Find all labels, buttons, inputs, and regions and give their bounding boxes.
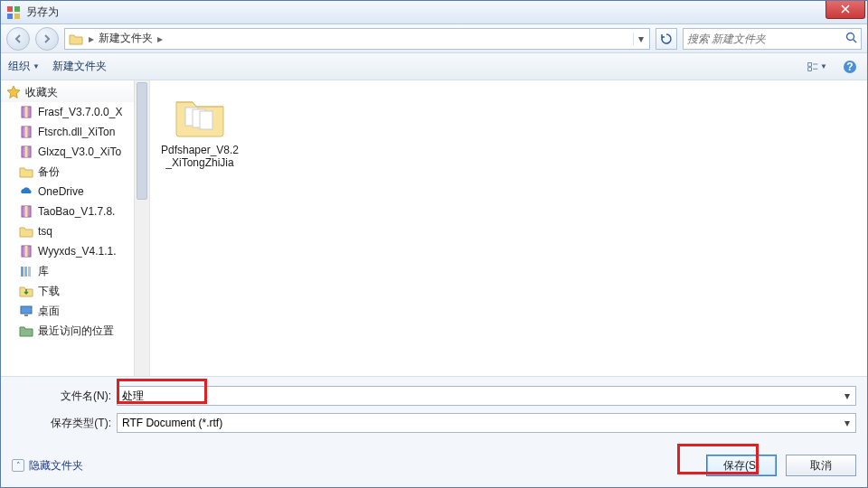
refresh-button[interactable]: [656, 28, 677, 50]
sidebar-item[interactable]: Ftsrch.dll_XiTon: [1, 122, 149, 142]
filetype-label: 保存类型(T):: [12, 416, 111, 431]
download-icon: [19, 284, 33, 298]
forward-button[interactable]: [35, 27, 59, 51]
svg-text:?: ?: [846, 61, 853, 73]
sidebar-favorites-label: 收藏夹: [25, 85, 58, 100]
folder-icon: [173, 93, 227, 138]
svg-rect-22: [21, 267, 24, 277]
sidebar-item[interactable]: tsq: [1, 221, 149, 241]
breadcrumb-item[interactable]: 新建文件夹: [96, 31, 156, 46]
svg-line-5: [854, 39, 857, 42]
sidebar-item-label: TaoBao_V1.7.8.: [38, 205, 115, 218]
organize-menu[interactable]: 组织 ▼: [8, 59, 40, 74]
help-button[interactable]: ?: [840, 57, 860, 77]
save-button[interactable]: 保存(S): [706, 455, 777, 476]
view-menu[interactable]: ▼: [807, 57, 827, 77]
address-dropdown[interactable]: ▾: [633, 33, 647, 45]
desktop-icon: [19, 304, 33, 318]
svg-rect-26: [24, 314, 28, 316]
sidebar-item[interactable]: 桌面: [1, 301, 149, 321]
toolbar: 组织 ▼ 新建文件夹 ▼ ?: [1, 53, 867, 80]
svg-rect-1: [14, 6, 20, 12]
save-as-dialog: 另存为 ▸ 新建文件夹 ▸ ▾: [0, 0, 868, 488]
archive-icon: [19, 105, 33, 119]
folder-item[interactable]: Pdfshaper_V8.2_XiTongZhiJia: [159, 89, 241, 169]
filetype-dropdown[interactable]: ▾: [840, 415, 854, 431]
sidebar-item-label: Wyyxds_V4.1.1.: [38, 245, 117, 258]
svg-rect-0: [7, 6, 13, 12]
filename-dropdown[interactable]: ▾: [840, 388, 854, 404]
folder-icon: [19, 224, 33, 239]
file-list[interactable]: Pdfshaper_V8.2_XiTongZhiJia: [150, 80, 867, 376]
app-icon: [6, 5, 21, 20]
scrollbar-thumb[interactable]: [137, 82, 147, 200]
form-area: 文件名(N): ▾ 保存类型(T): RTF Document (*.rtf) …: [1, 377, 867, 487]
hide-folders-label: 隐藏文件夹: [29, 458, 83, 474]
svg-rect-13: [25, 107, 28, 117]
sidebar-item-label: Frasf_V3.7.0.0_X: [38, 106, 122, 118]
sidebar-item-label: Glxzq_V3.0_XiTo: [38, 145, 121, 158]
archive-icon: [19, 204, 33, 219]
sidebar-item[interactable]: TaoBao_V1.7.8.: [1, 202, 149, 221]
folder-icon: [69, 33, 83, 45]
sidebar-item-label: 库: [38, 264, 49, 279]
address-bar[interactable]: ▸ 新建文件夹 ▸ ▾: [64, 28, 650, 50]
sidebar-item[interactable]: 最近访问的位置: [1, 321, 149, 341]
window-title: 另存为: [26, 5, 826, 20]
titlebar: 另存为: [1, 1, 867, 24]
svg-rect-23: [24, 267, 27, 277]
search-box[interactable]: [683, 28, 862, 50]
folder-name: Pdfshaper_V8.2_XiTongZhiJia: [159, 144, 241, 169]
svg-rect-3: [14, 14, 20, 19]
search-input[interactable]: [687, 33, 845, 45]
breadcrumb-separator: ▸: [87, 33, 96, 45]
search-icon[interactable]: [845, 32, 857, 46]
archive-icon: [19, 145, 33, 159]
sidebar-scrollbar[interactable]: [134, 80, 149, 376]
close-button[interactable]: [826, 1, 865, 19]
filename-label: 文件名(N):: [12, 389, 111, 404]
star-icon: [6, 85, 21, 99]
sidebar-item[interactable]: 下载: [1, 281, 149, 301]
sidebar-item[interactable]: 库: [1, 261, 149, 281]
archive-icon: [19, 125, 33, 139]
onedrive-icon: [19, 184, 33, 199]
folder-icon: [19, 164, 33, 179]
svg-rect-2: [7, 14, 13, 19]
chevron-down-icon: ▼: [33, 62, 40, 70]
sidebar-item-label: Ftsrch.dll_XiTon: [38, 126, 115, 138]
sidebar-favorites-header[interactable]: 收藏夹: [1, 82, 149, 102]
sidebar-item-label: 桌面: [38, 304, 60, 319]
save-button-label: 保存(S): [723, 458, 760, 474]
hide-folders-link[interactable]: ˄ 隐藏文件夹: [12, 458, 83, 474]
svg-rect-24: [28, 267, 31, 277]
library-icon: [19, 264, 33, 278]
svg-rect-7: [808, 67, 812, 70]
back-button[interactable]: [6, 27, 30, 51]
svg-rect-19: [25, 206, 28, 217]
svg-rect-15: [25, 127, 28, 137]
breadcrumb-separator: ▸: [156, 33, 165, 45]
svg-rect-6: [808, 62, 812, 66]
cancel-button-label: 取消: [810, 458, 832, 474]
sidebar-item[interactable]: Wyyxds_V4.1.1.: [1, 241, 149, 261]
sidebar-item[interactable]: 备份: [1, 162, 149, 182]
new-folder-label: 新建文件夹: [52, 59, 107, 74]
svg-rect-25: [21, 306, 32, 314]
sidebar: 收藏夹 Frasf_V3.7.0.0_X Ftsrch.dll_XiTon Gl…: [1, 80, 150, 376]
sidebar-item[interactable]: OneDrive: [1, 182, 149, 202]
sidebar-item-label: 下载: [38, 284, 60, 299]
svg-rect-29: [200, 111, 212, 129]
new-folder-button[interactable]: 新建文件夹: [52, 59, 107, 74]
chevron-down-icon: ▼: [820, 62, 827, 70]
filetype-select[interactable]: RTF Document (*.rtf): [117, 413, 856, 433]
filetype-value: RTF Document (*.rtf): [122, 417, 222, 429]
sidebar-item[interactable]: Frasf_V3.7.0.0_X: [1, 102, 149, 122]
svg-rect-17: [25, 146, 28, 157]
sidebar-item-label: 备份: [38, 164, 60, 180]
cancel-button[interactable]: 取消: [786, 455, 856, 476]
sidebar-item-label: tsq: [38, 225, 52, 238]
filename-input[interactable]: [117, 386, 856, 406]
svg-point-4: [847, 33, 854, 40]
sidebar-item[interactable]: Glxzq_V3.0_XiTo: [1, 142, 149, 162]
